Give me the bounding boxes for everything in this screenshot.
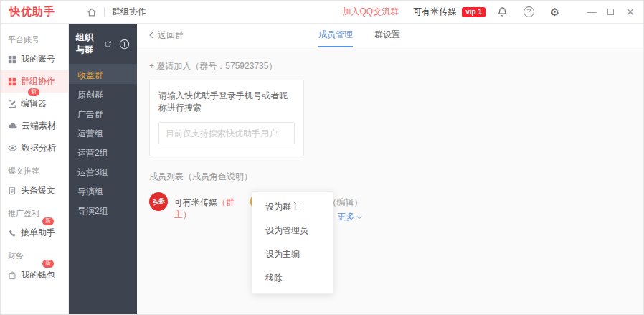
account-name[interactable]: 可有米传媒 <box>413 6 456 18</box>
chevron-left-icon <box>148 32 154 39</box>
document-icon <box>8 187 16 195</box>
refresh-icon[interactable] <box>104 40 112 48</box>
search-label: 请输入快优助手登录手机号或者昵称进行搜索 <box>158 90 295 114</box>
window-minimize-button[interactable]: — <box>587 6 596 17</box>
sidebar-section-promotion-profit: 推广盈利 <box>8 208 68 219</box>
member-name: 可有米传媒 <box>174 197 217 207</box>
edit-icon <box>8 100 16 108</box>
invite-join-link[interactable]: + 邀请加入（群号：575923735） <box>149 60 631 72</box>
app-window: 快优助手 群组协作 加入QQ交流群 可有米传媒 vip 1 ? ⚙ — ✕ 平台… <box>0 0 644 315</box>
grid-icon <box>8 55 16 64</box>
sidebar-item-label: 云端素材 <box>22 120 56 132</box>
sidebar-item-label: 群组协作 <box>21 75 55 88</box>
members-list: 头条 可有米传媒（群主） 13337671712（编辑） 更多 <box>149 192 631 223</box>
group-item-director-group[interactable]: 导演组 <box>69 181 137 200</box>
join-qq-group-link[interactable]: 加入QQ交流群 <box>343 6 399 18</box>
app-logo: 快优助手 <box>9 5 55 19</box>
member-actions-dropdown: 设为群主 设为管理员 设为主编 移除 <box>252 191 333 294</box>
group-item-income-group[interactable]: 收益群 <box>69 65 137 84</box>
add-group-icon[interactable] <box>119 39 130 50</box>
tab-member-management[interactable]: 成员管理 <box>318 24 353 47</box>
member-management-panel: + 邀请加入（群号：575923735） 请输入快优助手登录手机号或者昵称进行搜… <box>137 47 643 314</box>
sidebar-item-toutiao-articles[interactable]: 头条爆文 <box>1 179 68 202</box>
new-badge: 新 <box>42 217 54 225</box>
group-item-operations-group-3[interactable]: 运营3组 <box>69 161 137 181</box>
sidebar-section-finance: 财务 <box>8 250 68 261</box>
sidebar-item-label: 头条爆文 <box>21 184 55 197</box>
menu-item-set-owner[interactable]: 设为群主 <box>252 195 333 219</box>
member-name-line: 可有米传媒（群主） <box>174 192 250 221</box>
sidebar-item-data-analysis[interactable]: 数据分析 <box>1 137 68 159</box>
groups-panel: 组织与群 收益群 原创群 广告群 运营组 运营2组 运营3组 导演组 导演2组 <box>69 24 137 314</box>
menu-item-remove[interactable]: 移除 <box>252 266 333 290</box>
settings-gear-icon[interactable]: ⚙ <box>550 6 559 17</box>
new-badge: 新 <box>28 88 39 96</box>
member-search-input[interactable] <box>158 122 295 144</box>
maximize-icon <box>607 9 614 15</box>
eye-icon <box>8 144 17 153</box>
tab-bar: 成员管理 群设置 <box>318 24 400 47</box>
main-sidebar: 平台账号 我的账号 群组协作 新 编辑器 <box>1 24 69 314</box>
group-item-operations-group[interactable]: 运营组 <box>69 123 137 142</box>
main-header: 返回群 成员管理 群设置 <box>137 24 643 47</box>
menu-item-set-admin[interactable]: 设为管理员 <box>252 219 333 243</box>
more-actions-link[interactable]: 更多 <box>337 211 362 223</box>
cloud-icon <box>8 121 17 131</box>
breadcrumb: 群组协作 <box>112 6 146 18</box>
group-item-director-group-2[interactable]: 导演2组 <box>69 200 137 220</box>
sidebar-item-label: 数据分析 <box>22 142 56 154</box>
phone-icon <box>8 229 16 238</box>
sidebar-item-my-wallet[interactable]: 新 我的钱包 <box>1 264 68 286</box>
new-badge: 新 <box>42 260 54 268</box>
menu-item-set-chief-editor[interactable]: 设为主编 <box>252 243 333 266</box>
wallet-icon <box>8 271 16 280</box>
sidebar-item-label: 我的账号 <box>21 53 55 65</box>
main-content: 返回群 成员管理 群设置 + 邀请加入（群号：575923735） 请输入快优助… <box>137 24 643 314</box>
member-row: 头条 可有米传媒（群主） <box>149 192 250 221</box>
toutiao-avatar: 头条 <box>149 192 168 211</box>
sidebar-item-editor[interactable]: 新 编辑器 <box>1 93 68 115</box>
members-list-header: 成员列表（成员角色说明） <box>149 171 631 183</box>
group-item-original-group[interactable]: 原创群 <box>69 84 137 103</box>
window-close-button[interactable]: ✕ <box>625 6 635 19</box>
home-icon[interactable] <box>87 7 97 17</box>
back-label: 返回群 <box>158 29 184 42</box>
back-to-group-link[interactable]: 返回群 <box>148 29 184 42</box>
sidebar-item-cloud-material[interactable]: 云端素材 <box>1 115 68 137</box>
sidebar-item-label: 我的钱包 <box>21 269 55 281</box>
member-search-panel: 请输入快优助手登录手机号或者昵称进行搜索 <box>149 80 304 156</box>
sidebar-item-label: 编辑器 <box>21 98 47 110</box>
groups-panel-header: 组织与群 <box>69 24 137 65</box>
titlebar: 快优助手 群组协作 加入QQ交流群 可有米传媒 vip 1 ? ⚙ — ✕ <box>1 1 643 24</box>
group-item-ad-group[interactable]: 广告群 <box>69 103 137 123</box>
grid-icon <box>8 77 16 86</box>
chevron-down-icon <box>356 215 362 220</box>
tab-group-settings[interactable]: 群设置 <box>374 24 400 47</box>
breadcrumb-divider <box>104 7 105 17</box>
notification-bell-icon[interactable] <box>497 6 508 17</box>
sidebar-item-my-account[interactable]: 我的账号 <box>1 48 68 70</box>
sidebar-item-order-assistant[interactable]: 新 接单助手 <box>1 222 68 244</box>
window-maximize-button[interactable] <box>607 9 614 15</box>
sidebar-item-label: 接单助手 <box>21 227 55 239</box>
group-item-operations-group-2[interactable]: 运营2组 <box>69 142 137 161</box>
groups-panel-title: 组织与群 <box>76 32 100 56</box>
sidebar-section-platform-account: 平台账号 <box>8 34 68 45</box>
help-icon[interactable]: ? <box>524 6 534 17</box>
vip-badge: vip 1 <box>462 7 486 17</box>
sidebar-section-hot-articles: 爆文推荐 <box>8 166 68 177</box>
